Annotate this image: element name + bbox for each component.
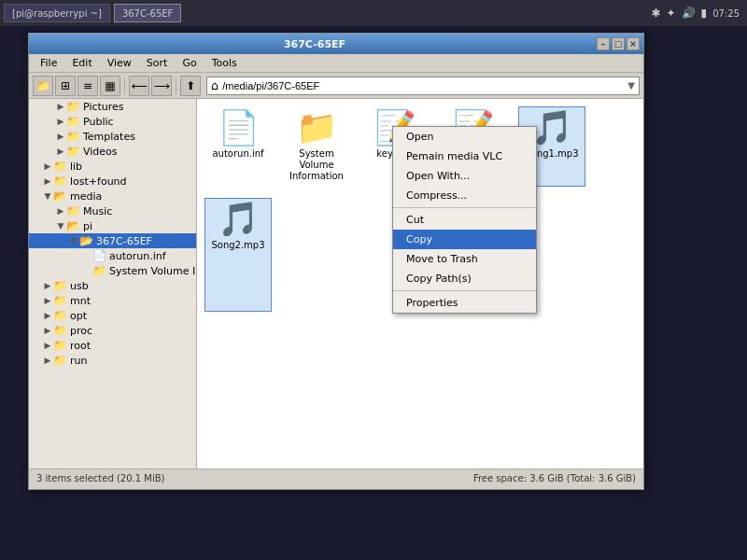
sidebar-item-label: Public <box>83 116 114 128</box>
expand-icon: ▶ <box>42 161 53 172</box>
ctx-openwith[interactable]: Open With... <box>393 166 536 186</box>
ctx-vlc[interactable]: Pemain media VLC <box>393 147 536 166</box>
sidebar-item-templates[interactable]: ▶ 📁 Templates <box>29 129 196 144</box>
sidebar-item-pictures[interactable]: ▶ 📁 Pictures <box>29 99 196 114</box>
sidebar-item-run[interactable]: ▶ 📁 run <box>29 353 196 368</box>
menubar: File Edit View Sort Go Tools <box>29 54 643 73</box>
ctx-cut[interactable]: Cut <box>393 210 536 230</box>
menu-tools[interactable]: Tools <box>204 55 245 71</box>
sidebar-item-label: Music <box>83 205 112 217</box>
sidebar-item-label: mnt <box>70 295 91 307</box>
folder-icon: 📁 <box>53 339 67 352</box>
ctx-copypaths[interactable]: Copy Path(s) <box>393 269 536 288</box>
sidebar-item-label: root <box>70 340 91 352</box>
compact-view-button[interactable]: ▦ <box>100 76 120 96</box>
up-button[interactable]: ⬆ <box>180 76 201 96</box>
expand-icon: ▶ <box>42 280 53 291</box>
sidebar-item-label: lost+found <box>70 175 127 188</box>
menu-edit[interactable]: Edit <box>64 55 99 71</box>
ctx-copy[interactable]: Copy <box>393 230 536 249</box>
back-button[interactable]: ⟵ <box>129 76 149 96</box>
file-icon-song2: 🎵 <box>218 203 260 236</box>
folder-icon: 📂 <box>79 234 93 247</box>
ctx-sep-1 <box>393 207 536 208</box>
sidebar-item-music[interactable]: ▶ 📁 Music <box>29 203 196 218</box>
icon-view-button[interactable]: ⊞ <box>55 76 76 96</box>
file-manager-window: 367C-65EF – □ × File Edit View Sort Go T… <box>28 33 644 490</box>
file-icon-autorun: 📄 <box>218 111 260 145</box>
expand-icon: ▶ <box>55 205 66 217</box>
close-button[interactable]: × <box>627 37 640 50</box>
status-freespace: Free space: 3.6 GiB (Total: 3.6 GiB) <box>473 473 636 483</box>
folder-icon: 📁 <box>53 175 67 188</box>
new-folder-button[interactable]: 📁 <box>33 76 53 96</box>
volume-icon: 🔊 <box>682 7 696 20</box>
folder-icon: 📁 <box>53 279 67 292</box>
ctx-open[interactable]: Open <box>393 127 536 147</box>
ctx-properties[interactable]: Properties <box>393 293 536 313</box>
sidebar-item-label: 367C-65EF <box>96 235 152 247</box>
file-item-autorun[interactable]: 📄 autorun.inf <box>204 106 272 187</box>
folder-icon: 📁 <box>66 204 80 217</box>
folder-icon: 📂 <box>53 189 67 203</box>
menu-view[interactable]: View <box>100 55 139 71</box>
sidebar-item-media[interactable]: ▼ 📂 media <box>29 189 196 203</box>
sidebar-item-opt[interactable]: ▶ 📁 opt <box>29 308 196 323</box>
sidebar-item-label: autorun.inf <box>109 250 166 262</box>
file-item-sysvolinfo[interactable]: 📁 System Volume Information <box>283 106 350 187</box>
address-bar[interactable]: ⌂ ▼ <box>206 77 640 95</box>
expand-icon: ▶ <box>42 340 53 351</box>
ctx-movetotrash[interactable]: Move to Trash <box>393 249 536 269</box>
address-dropdown-arrow[interactable]: ▼ <box>627 80 635 91</box>
toolbar-sep-2 <box>176 77 176 94</box>
sidebar-item-sysvolinfo[interactable]: 📁 System Volume Informa... <box>29 263 196 278</box>
bluetooth-icon: ✱ <box>651 7 660 20</box>
toolbar: 📁 ⊞ ≡ ▦ ⟵ ⟶ ⬆ ⌂ ▼ <box>29 73 643 99</box>
folder-icon: 📁 <box>66 115 80 128</box>
taskbar-terminal[interactable]: [pi@raspberrypi ~] <box>4 4 110 22</box>
toolbar-sep-1 <box>124 77 125 94</box>
content-area: ▶ 📁 Pictures ▶ 📁 Public ▶ 📁 Templates ▶ … <box>29 99 643 469</box>
ctx-compress[interactable]: Compress... <box>393 186 536 205</box>
folder-icon: 📁 <box>53 324 67 337</box>
address-input[interactable] <box>222 80 627 91</box>
address-icon: ⌂ <box>211 78 218 92</box>
sidebar-item-root[interactable]: ▶ 📁 root <box>29 338 196 353</box>
sidebar-item-label: usb <box>70 280 89 292</box>
sidebar-item-usb[interactable]: ▶ 📁 usb <box>29 278 196 293</box>
folder-icon: 📁 <box>53 309 67 322</box>
sidebar-item-label: lib <box>70 161 82 173</box>
window-titlebar: 367C-65EF – □ × <box>29 34 643 54</box>
file-item-song2[interactable]: 🎵 Song2.mp3 <box>204 198 272 312</box>
minimize-button[interactable]: – <box>597 37 610 50</box>
forward-button[interactable]: ⟶ <box>151 76 172 96</box>
sidebar-item-public[interactable]: ▶ 📁 Public <box>29 114 196 129</box>
sidebar-item-pi[interactable]: ▼ 📂 pi <box>29 218 196 233</box>
statusbar: 3 items selected (20.1 MiB) Free space: … <box>29 469 643 487</box>
sidebar-item-367c65ef[interactable]: ▼ 📂 367C-65EF <box>29 233 196 248</box>
folder-icon: 📁 <box>92 264 106 277</box>
taskbar-filemanager[interactable]: 367C-65EF <box>114 4 181 22</box>
file-icon-song1: 🎵 <box>531 111 573 145</box>
sidebar-item-videos[interactable]: ▶ 📁 Videos <box>29 144 196 159</box>
sidebar-item-mnt[interactable]: ▶ 📁 mnt <box>29 293 196 308</box>
expand-icon: ▶ <box>42 310 53 321</box>
expand-icon: ▶ <box>55 116 66 127</box>
menu-sort[interactable]: Sort <box>139 55 176 71</box>
menu-file[interactable]: File <box>33 55 64 71</box>
sidebar-item-lib[interactable]: ▶ 📁 lib <box>29 159 196 174</box>
sidebar-item-proc[interactable]: ▶ 📁 proc <box>29 323 196 338</box>
expand-icon: ▶ <box>55 146 66 157</box>
sidebar-item-lostfound[interactable]: ▶ 📁 lost+found <box>29 174 196 189</box>
folder-icon: 📁 <box>66 130 80 143</box>
maximize-button[interactable]: □ <box>612 37 625 50</box>
list-view-button[interactable]: ≡ <box>78 76 98 96</box>
ctx-sep-2 <box>393 290 536 291</box>
sidebar-item-label: System Volume Informa... <box>109 265 196 277</box>
menu-go[interactable]: Go <box>175 55 204 71</box>
folder-icon: 📂 <box>66 219 80 232</box>
sidebar-item-autorun[interactable]: 📄 autorun.inf <box>29 248 196 263</box>
expand-icon: ▶ <box>42 325 53 336</box>
file-name-autorun: autorun.inf <box>212 148 263 160</box>
sidebar-item-label: Templates <box>83 131 135 143</box>
